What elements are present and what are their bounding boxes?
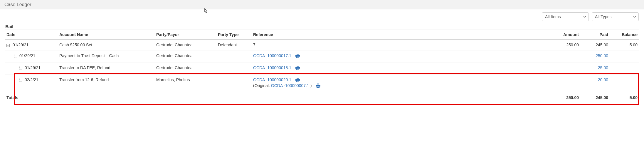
- table-row: 01/29/21 Payment to Trust Deposit - Cash…: [5, 50, 639, 62]
- cell-party-type: Defendant: [217, 40, 252, 50]
- totals-paid: 245.00: [580, 92, 609, 104]
- col-amount: Amount: [551, 30, 580, 40]
- table-row: − 01/29/21 Cash $250.00 Set Gertrude, Ch…: [5, 40, 639, 50]
- col-balance: Balance: [609, 30, 639, 40]
- col-account: Account Name: [58, 30, 155, 40]
- col-party-type: Party Type: [217, 30, 252, 40]
- table-row: 01/29/21 Transfer to DA FEE, Refund Gert…: [5, 62, 639, 74]
- col-paid: Paid: [580, 30, 609, 40]
- reference-link[interactable]: GCDA -100000020.1: [253, 77, 291, 82]
- paid-link[interactable]: 250.00: [596, 53, 608, 58]
- reference-link[interactable]: GCDA -100000017.1: [253, 53, 291, 58]
- tree-line-icon: [19, 79, 22, 82]
- original-suffix: ): [310, 83, 312, 88]
- collapse-toggle[interactable]: −: [6, 44, 10, 47]
- cell-party: Gertrude, Chauntea: [155, 50, 217, 62]
- cell-account: Transfer to DA FEE, Refund: [58, 62, 155, 74]
- filter-types-select[interactable]: All Types: [592, 12, 639, 21]
- totals-balance: 5.00: [609, 92, 639, 104]
- print-icon[interactable]: [316, 84, 320, 88]
- reference-link[interactable]: GCDA -100000018.1: [253, 65, 291, 70]
- col-date: Date: [5, 30, 58, 40]
- totals-label: Totals: [5, 92, 58, 104]
- print-icon[interactable]: [295, 78, 300, 82]
- cell-party: Marcellus, Pholtus: [155, 74, 217, 92]
- ledger-table: Date Account Name Party/Payor Party Type…: [5, 30, 639, 104]
- totals-amount: 250.00: [551, 92, 580, 104]
- table-header-row: Date Account Name Party/Payor Party Type…: [5, 30, 639, 40]
- cell-reference: 7: [252, 40, 551, 50]
- cell-account: Cash $250.00 Set: [58, 40, 155, 50]
- cell-amount: 250.00: [551, 40, 580, 50]
- page-title: Case Ledger: [4, 2, 31, 7]
- section-title: Bail: [5, 24, 639, 29]
- original-reference-link[interactable]: GCDA -100000007.1: [271, 83, 309, 88]
- cell-date: 01/29/21: [25, 65, 41, 70]
- cell-date: 01/29/21: [13, 43, 29, 47]
- cell-account: Payment to Trust Deposit - Cash: [58, 50, 155, 62]
- original-label: (Original:: [253, 83, 270, 88]
- tree-line-icon: [14, 55, 16, 57]
- cell-party: Gertrude, Chauntea: [155, 62, 217, 74]
- print-icon[interactable]: [295, 66, 300, 70]
- cell-balance: 5.00: [609, 40, 639, 50]
- col-reference: Reference: [252, 30, 551, 40]
- col-party: Party/Payor: [155, 30, 217, 40]
- filter-items-select[interactable]: All Items: [542, 12, 589, 21]
- paid-link[interactable]: 20.00: [598, 77, 608, 82]
- print-icon[interactable]: [295, 54, 300, 58]
- totals-row: Totals 250.00 245.00 5.00: [5, 92, 639, 104]
- cell-account: Transfer from 12-6, Refund: [58, 74, 155, 92]
- table-row: 02/2/21 Transfer from 12-6, Refund Marce…: [5, 74, 639, 92]
- paid-link[interactable]: -25.00: [596, 65, 608, 70]
- cell-date: 01/29/21: [19, 53, 36, 58]
- cell-party: Gertrude, Chauntea: [155, 40, 217, 50]
- cell-paid: 245.00: [580, 40, 609, 50]
- cell-date: 02/2/21: [25, 77, 38, 82]
- tree-line-icon: [19, 67, 22, 69]
